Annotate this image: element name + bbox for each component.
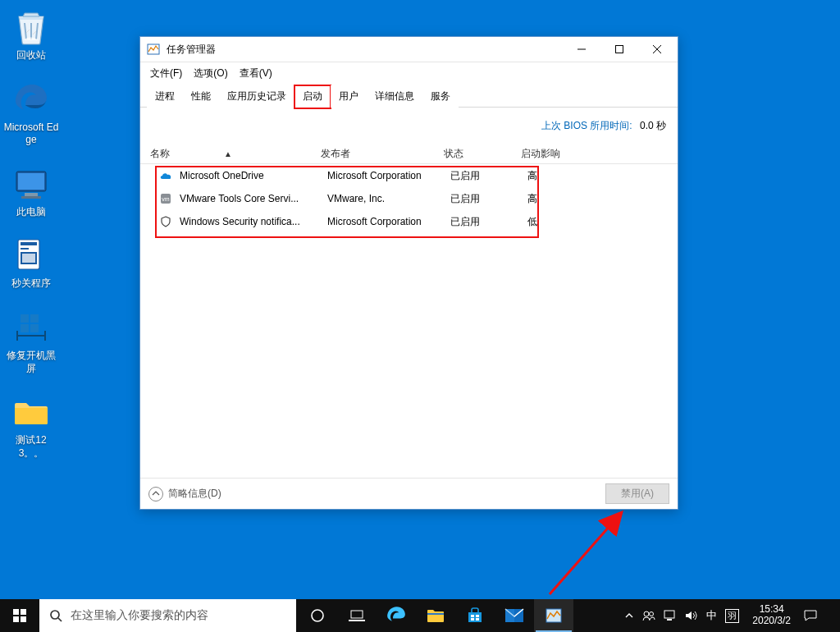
onedrive-icon xyxy=(158,169,173,182)
row-publisher: VMware, Inc. xyxy=(327,193,450,204)
tray-volume-icon[interactable] xyxy=(685,610,698,621)
fewer-details-button[interactable]: 简略信息(D) xyxy=(148,487,221,501)
tray-action-center-icon[interactable] xyxy=(804,610,817,621)
tab-performance[interactable]: 性能 xyxy=(183,85,219,108)
startup-row[interactable]: Windows Security notifica... Microsoft C… xyxy=(140,210,678,233)
search-icon xyxy=(49,609,62,622)
titlebar[interactable]: 任务管理器 xyxy=(140,37,678,62)
tray-people-icon[interactable] xyxy=(642,610,655,621)
close-button[interactable] xyxy=(638,37,676,61)
tab-users[interactable]: 用户 xyxy=(331,85,367,108)
col-publisher[interactable]: 发布者 xyxy=(321,147,444,161)
desktop-icon-label: 此电脑 xyxy=(16,206,46,219)
svg-line-27 xyxy=(58,618,62,621)
row-name: VMware Tools Core Servi... xyxy=(180,193,327,204)
tray-network-icon[interactable] xyxy=(664,610,677,621)
svg-rect-12 xyxy=(21,324,29,332)
svg-rect-16 xyxy=(616,45,623,53)
svg-rect-22 xyxy=(13,609,19,615)
fewer-details-label: 简略信息(D) xyxy=(168,487,221,501)
sort-asc-icon: ▲ xyxy=(224,149,232,158)
row-status: 已启用 xyxy=(450,169,527,183)
desktop-icon-label: 修复开机黑屏 xyxy=(3,350,59,375)
shield-icon xyxy=(158,215,173,228)
desktop-icon-label: 测试123。。 xyxy=(3,434,59,460)
svg-rect-5 xyxy=(21,242,37,245)
taskbar-app-task-manager[interactable] xyxy=(534,599,573,632)
svg-point-26 xyxy=(51,611,59,619)
edge-icon xyxy=(386,606,406,625)
svg-point-40 xyxy=(650,612,654,616)
folder-icon xyxy=(427,607,445,624)
col-status[interactable]: 状态 xyxy=(444,147,521,161)
bios-value: 0.0 秒 xyxy=(640,120,666,131)
svg-rect-3 xyxy=(21,196,41,199)
svg-rect-37 xyxy=(505,609,514,622)
this-pc-icon xyxy=(11,165,51,204)
window-footer: 简略信息(D) 禁用(A) xyxy=(140,478,678,509)
taskbar-search[interactable]: 在这里输入你要搜索的内容 xyxy=(39,599,296,632)
desktop-icon-edge[interactable]: Microsoft Edge xyxy=(1,77,62,150)
recycle-bin-icon xyxy=(11,8,51,48)
svg-rect-2 xyxy=(25,193,38,196)
desktop-icon-fix-boot[interactable]: 修复开机黑屏 xyxy=(1,305,62,378)
tab-startup[interactable]: 启动 xyxy=(294,85,331,108)
col-startup-impact[interactable]: 启动影响 xyxy=(521,147,570,161)
cortana-button[interactable] xyxy=(298,599,337,632)
minimize-button[interactable] xyxy=(563,37,600,61)
svg-rect-9 xyxy=(22,254,35,263)
tray-chevron-up-icon[interactable] xyxy=(624,611,634,621)
menu-options[interactable]: 选项(O) xyxy=(192,65,229,82)
maximize-button[interactable] xyxy=(600,37,638,61)
row-name: Microsoft OneDrive xyxy=(180,170,327,181)
task-manager-icon xyxy=(147,43,160,56)
desktop-icon-this-pc[interactable]: 此电脑 xyxy=(1,162,62,222)
svg-rect-13 xyxy=(30,324,39,332)
tab-processes[interactable]: 进程 xyxy=(147,85,183,108)
desktop-icons: 回收站 Microsoft Edge 此电脑 秒关程序 修复开机黑屏 测试123… xyxy=(0,0,62,474)
disable-button[interactable]: 禁用(A) xyxy=(605,483,669,504)
folder-icon xyxy=(11,393,51,433)
start-button[interactable] xyxy=(0,599,39,632)
desktop-icon-label: 秒关程序 xyxy=(11,277,51,291)
tab-app-history[interactable]: 应用历史记录 xyxy=(219,85,294,108)
taskbar-app-mail[interactable] xyxy=(495,599,534,632)
tab-details[interactable]: 详细信息 xyxy=(367,85,422,108)
row-status: 已启用 xyxy=(450,192,527,206)
bios-time: 上次 BIOS 所用时间: 0.0 秒 xyxy=(140,108,678,141)
desktop-icon-sec-shutdown[interactable]: 秒关程序 xyxy=(1,233,62,294)
row-status: 已启用 xyxy=(450,215,527,229)
tray-ime[interactable]: 中 xyxy=(706,608,717,623)
tray-ime-mode[interactable]: 羽 xyxy=(725,609,739,623)
svg-rect-6 xyxy=(21,248,29,250)
taskbar-app-explorer[interactable] xyxy=(416,599,455,632)
tab-services[interactable]: 服务 xyxy=(422,85,459,108)
bios-label: 上次 BIOS 所用时间: xyxy=(541,120,632,131)
store-icon xyxy=(466,607,484,625)
desktop-icon-label: 回收站 xyxy=(16,49,46,62)
menu-view[interactable]: 查看(V) xyxy=(238,65,274,82)
col-name[interactable]: 名称▲ xyxy=(150,147,321,161)
edge-icon xyxy=(11,80,51,120)
sec-shutdown-icon xyxy=(11,236,51,276)
taskbar-app-store[interactable] xyxy=(455,599,495,632)
taskbar-app-edge[interactable] xyxy=(377,599,416,632)
startup-row[interactable]: vm VMware Tools Core Servi... VMware, In… xyxy=(140,187,678,210)
desktop-icon-test-folder[interactable]: 测试123。。 xyxy=(1,390,62,463)
task-view-button[interactable] xyxy=(337,599,377,632)
svg-rect-11 xyxy=(30,314,39,323)
task-view-icon xyxy=(349,609,365,622)
startup-content: 上次 BIOS 所用时间: 0.0 秒 名称▲ 发布者 状态 启动影响 Micr… xyxy=(140,108,678,478)
tabbar: 进程 性能 应用历史记录 启动 用户 详细信息 服务 xyxy=(140,85,678,108)
svg-rect-10 xyxy=(21,314,29,323)
menu-file[interactable]: 文件(F) xyxy=(148,65,184,82)
taskbar: 在这里输入你要搜索的内容 中 羽 15:34 2020/3/2 xyxy=(0,599,840,632)
startup-row[interactable]: Microsoft OneDrive Microsoft Corporation… xyxy=(140,164,678,187)
tray-clock[interactable]: 15:34 2020/3/2 xyxy=(747,604,796,627)
svg-rect-34 xyxy=(471,618,474,621)
desktop-icon-label: Microsoft Edge xyxy=(3,121,59,147)
desktop-icon-recycle-bin[interactable]: 回收站 xyxy=(1,5,62,66)
cortana-icon xyxy=(310,608,325,623)
svg-point-39 xyxy=(644,611,649,616)
svg-rect-41 xyxy=(664,611,674,618)
